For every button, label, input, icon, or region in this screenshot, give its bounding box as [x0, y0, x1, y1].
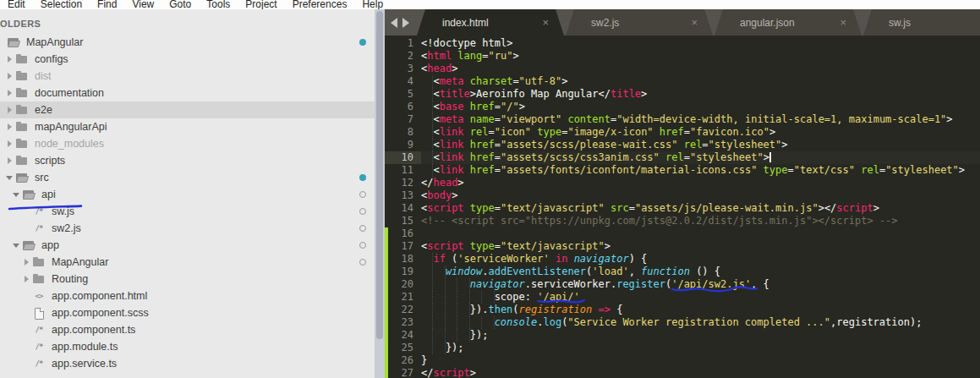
menu-item-preferences[interactable]: Preferences: [285, 0, 355, 9]
tree-item-app.component.scss[interactable]: app.component.scss: [0, 304, 385, 321]
tab-angular.json[interactable]: angular.json×: [714, 9, 862, 36]
tree-item-mapAngularApi[interactable]: mapAngularApi: [0, 118, 380, 135]
collapse-arrow-icon[interactable]: [12, 237, 22, 254]
code-line-3[interactable]: 3<head>: [385, 63, 980, 75]
tree-item-sw.js[interactable]: /*sw.js: [0, 203, 385, 220]
git-added-lines-bar: [385, 227, 388, 378]
code-line-15[interactable]: 15<!-- <script src="https://unpkg.com/js…: [385, 215, 980, 227]
tree-item-app.component.ts[interactable]: /*app.component.ts: [0, 321, 385, 338]
tree-item-Routing[interactable]: Routing: [0, 271, 385, 288]
code-line-12[interactable]: 12</head>: [385, 177, 980, 189]
code-line-26[interactable]: 26}: [385, 354, 980, 367]
arrow-spacer: [22, 288, 32, 304]
code-line-25[interactable]: 25});: [385, 342, 980, 354]
code-line-9[interactable]: 9<link href="assets/scss/please-wait.css…: [385, 139, 980, 151]
prev-tab-arrow-icon[interactable]: [391, 18, 397, 28]
tree-item-app.component.html[interactable]: <>app.component.html: [0, 288, 385, 304]
menu-item-help[interactable]: Help: [354, 0, 391, 9]
tree-item-configs[interactable]: configs: [0, 51, 380, 68]
code-line-14[interactable]: 14<script type="text/javascript" src="as…: [385, 202, 980, 215]
code-line-11[interactable]: 11<link href="assets/fonts/iconfont/mate…: [385, 164, 980, 177]
tree-item-MapAngular[interactable]: MapAngular: [0, 34, 381, 51]
code-line-27[interactable]: 27</script>: [385, 367, 980, 378]
close-icon[interactable]: ×: [691, 16, 698, 29]
code-line-23[interactable]: 23console.log("Service Worker registrati…: [385, 316, 980, 329]
menu-item-tools[interactable]: Tools: [199, 0, 238, 9]
code-line-16[interactable]: 16: [385, 227, 980, 240]
tree-item-node_modules[interactable]: node_modules: [0, 135, 380, 152]
code-line-18[interactable]: 18if ('serviceWorker' in navigator) {: [385, 253, 980, 266]
close-icon[interactable]: ×: [542, 16, 549, 29]
tree-item-api[interactable]: api: [0, 186, 385, 203]
code-line-19[interactable]: 19window.addEventListener('load', functi…: [385, 266, 980, 278]
close-icon[interactable]: ×: [840, 16, 846, 29]
menu-item-edit[interactable]: Edit: [0, 0, 33, 9]
tree-item-dist[interactable]: dist: [0, 68, 380, 85]
tree-item-sw2.js[interactable]: /*sw2.js: [0, 220, 385, 237]
tree-item-app.module.ts[interactable]: /*app.module.ts: [0, 338, 385, 355]
code-text: <link href="assets/fonts/iconfont/materi…: [421, 164, 965, 177]
line-number: 15: [385, 215, 421, 227]
tree-item-app[interactable]: app: [0, 237, 385, 254]
tree-item-label: src: [35, 172, 49, 184]
code-line-24[interactable]: 24});: [385, 329, 980, 342]
sidebar-scrollbar[interactable]: [375, 9, 385, 378]
collapse-arrow-icon[interactable]: [12, 186, 22, 203]
tree-item-scripts[interactable]: scripts: [0, 152, 380, 169]
code-text: });: [421, 342, 464, 354]
next-tab-arrow-icon[interactable]: [402, 18, 409, 28]
expand-arrow-icon[interactable]: [5, 118, 15, 135]
expand-arrow-icon[interactable]: [5, 152, 15, 169]
code-text: </head>: [421, 177, 464, 189]
code-line-17[interactable]: 17<script type="text/javascript">: [385, 240, 980, 253]
line-number: 3: [385, 63, 421, 75]
code-line-8[interactable]: 8<link rel="icon" type="image/x-icon" hr…: [385, 126, 980, 139]
indent-guide: [421, 291, 433, 304]
menu-item-find[interactable]: Find: [90, 0, 124, 9]
code-line-13[interactable]: 13<body>: [385, 189, 980, 202]
expand-arrow-icon[interactable]: [5, 51, 15, 68]
code-line-20[interactable]: 20navigator.serviceWorker.register('/api…: [385, 278, 980, 291]
line-number: 9: [385, 139, 421, 151]
tab-sw.js[interactable]: sw.js×: [863, 9, 980, 36]
tree-item-MapAngular[interactable]: MapAngular: [0, 254, 385, 271]
tree-item-e2e[interactable]: e2e: [0, 101, 380, 118]
indent-guide: [421, 329, 433, 342]
tree-item-documentation[interactable]: documentation: [0, 85, 380, 101]
menu-item-view[interactable]: View: [124, 0, 162, 9]
tree-item-app.service.ts[interactable]: /*app.service.ts: [0, 355, 385, 372]
expand-arrow-icon[interactable]: [5, 101, 15, 118]
sidebar-scrollbar-thumb[interactable]: [376, 11, 383, 339]
expand-arrow-icon[interactable]: [22, 271, 32, 288]
code-line-2[interactable]: 2<html lang="ru">: [385, 50, 980, 63]
code-line-10[interactable]: 10<link href="assets/scss/css3anim.css" …: [385, 151, 980, 164]
expand-arrow-icon[interactable]: [22, 254, 32, 271]
indent-guide: [433, 291, 445, 304]
tab-index.html[interactable]: index.html×: [417, 9, 564, 36]
code-text: <body>: [421, 189, 457, 202]
code-line-7[interactable]: 7<meta name="viewport" content="width=de…: [385, 113, 980, 126]
menu-item-project[interactable]: Project: [238, 0, 284, 9]
menu-item-selection[interactable]: Selection: [33, 0, 90, 9]
code-text: <meta charset="utf-8">: [421, 75, 567, 88]
collapse-arrow-icon[interactable]: [5, 169, 15, 186]
code-line-21[interactable]: 21scope: '/api/': [385, 291, 980, 304]
expand-arrow-icon[interactable]: [5, 68, 15, 85]
code-text: }).then(registration => {: [421, 304, 622, 316]
code-area[interactable]: 1<!doctype html>2<html lang="ru">3<head>…: [385, 36, 980, 378]
code-editor[interactable]: 1<!doctype html>2<html lang="ru">3<head>…: [385, 36, 980, 378]
code-line-5[interactable]: 5<title>Aeroinfo Map Angular</title>: [385, 88, 980, 101]
code-line-4[interactable]: 4<meta charset="utf-8">: [385, 75, 980, 88]
expand-arrow-icon[interactable]: [5, 85, 15, 101]
menu-item-goto[interactable]: Goto: [162, 0, 199, 9]
code-text: navigator.serviceWorker.register('/api/s…: [421, 278, 769, 291]
code-line-1[interactable]: 1<!doctype html>: [385, 37, 980, 50]
code-line-6[interactable]: 6<base href="/">: [385, 101, 980, 113]
line-number: 23: [385, 316, 421, 329]
tree-item-src[interactable]: src: [0, 169, 380, 186]
indent-guide: [421, 88, 433, 101]
tab-sw2.js[interactable]: sw2.js×: [566, 9, 713, 36]
tab-label: sw.js: [889, 17, 980, 29]
expand-arrow-icon[interactable]: [5, 135, 15, 152]
code-line-22[interactable]: 22}).then(registration => {: [385, 304, 980, 316]
